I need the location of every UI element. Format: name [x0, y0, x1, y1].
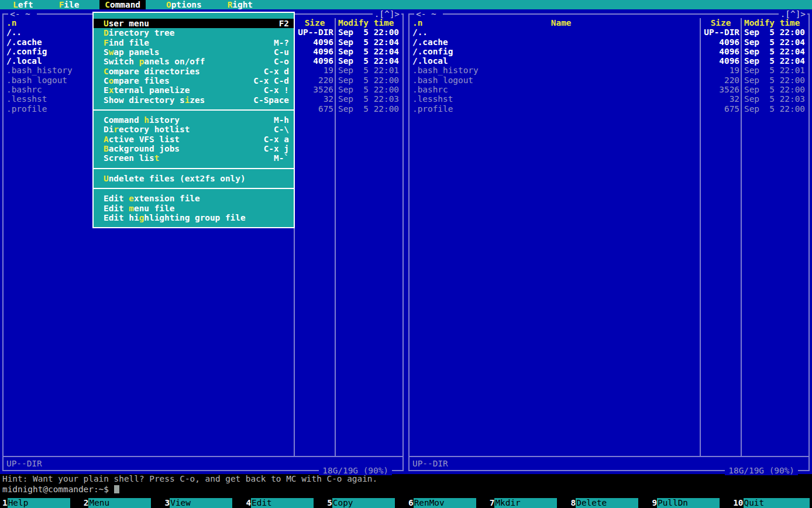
menubar-item-left[interactable]: Left [8, 0, 39, 9]
left-panel-col-modify-time[interactable]: Modify time [335, 18, 402, 28]
file-modify-time: Sep 5 22:00 [741, 28, 808, 37]
file-row-[interactable]: /..UP--DIRSep 5 22:00 [410, 28, 808, 37]
menu-item-compare-directories[interactable]: Compare directoriesC-x d [94, 67, 294, 76]
menu-item-directory-tree[interactable]: Directory tree [94, 28, 294, 37]
file-size: 4096 [700, 56, 741, 66]
file-size: 32 [294, 94, 335, 104]
menu-bar: LeftFileCommandOptionsRight [0, 0, 812, 9]
fkey-label: Edit [251, 498, 314, 508]
menubar-item-command[interactable]: Command [99, 0, 146, 9]
menu-item-edit-highlighting-group-file[interactable]: Edit highlighting group file [94, 213, 294, 222]
menu-item-external-panelize[interactable]: External panelizeC-x ! [94, 85, 294, 95]
menu-item-shortcut: C-\ [274, 125, 289, 134]
right-panel: <- ~ .[^]>.nNameSizeModify time/..UP--DI… [406, 9, 812, 474]
right-panel-free-space: 18G/19G (90%) [725, 466, 798, 475]
fkey-label: Delete [576, 498, 638, 508]
file-modify-time: Sep 5 22:04 [335, 47, 402, 56]
right-panel-body: .nNameSizeModify time/..UP--DIRSep 5 22:… [410, 15, 808, 470]
menu-item-directory-hotlist[interactable]: Directory hotlistC-\ [94, 125, 294, 134]
menu-item-label: External panelize [104, 85, 264, 95]
file-modify-time: Sep 5 22:00 [741, 85, 808, 94]
menu-item-label: Directory tree [104, 28, 289, 37]
shell-input-line[interactable]: midnight@commander:~$ [0, 484, 812, 494]
fkey-8-delete-button[interactable]: 8Delete [569, 498, 650, 508]
hotkey-letter: t [154, 153, 160, 163]
file-row-bash-history[interactable]: .bash_history19Sep 5 22:01 [410, 66, 808, 75]
left-panel-path[interactable]: <- ~ [8, 9, 37, 19]
fkey-4-edit-button[interactable]: 4Edit [243, 498, 325, 508]
menu-item-screen-list[interactable]: Screen listM-` [94, 153, 294, 163]
left-panel-history-buttons[interactable]: .[^]> [373, 9, 401, 19]
file-size: 220 [700, 75, 741, 85]
menubar-item-right[interactable]: Right [222, 0, 258, 9]
menu-item-compare-files[interactable]: Compare filesC-x C-d [94, 76, 294, 85]
fkey-1-help-button[interactable]: 1Help [0, 498, 81, 508]
file-name: /.cache [410, 37, 700, 47]
right-panel-history-buttons[interactable]: .[^]> [779, 9, 807, 19]
sort-indicator: .n [6, 18, 16, 28]
file-modify-time: Sep 5 22:03 [335, 94, 402, 104]
menu-item-background-jobs[interactable]: Background jobsC-x j [94, 144, 294, 153]
menu-item-label: Swap panels [104, 47, 274, 57]
right-panel-header-row: .nNameSizeModify time [410, 18, 808, 28]
menu-item-shortcut: M-h [274, 115, 289, 125]
menu-item-find-file[interactable]: Find fileM-? [94, 38, 294, 47]
menu-item-label: Find file [104, 38, 274, 47]
right-panel-col-size[interactable]: Size [700, 18, 741, 28]
file-size: 220 [294, 75, 335, 85]
fkey-number: 1 [0, 498, 8, 508]
menu-item-active-vfs-list[interactable]: Active VFS listC-x a [94, 135, 294, 144]
file-modify-time: Sep 5 22:00 [335, 85, 402, 94]
menubar-item-file[interactable]: File [54, 0, 85, 9]
menu-item-label: Screen list [104, 153, 274, 163]
fkey-number: 9 [649, 498, 657, 508]
menu-item-label: Edit highlighting group file [104, 213, 289, 222]
file-row-profile[interactable]: .profile675Sep 5 22:00 [410, 104, 808, 114]
menu-item-show-directory-sizes[interactable]: Show directory sizesC-Space [94, 95, 294, 105]
fkey-number: 2 [81, 498, 89, 508]
right-panel-col-modify-time[interactable]: Modify time [741, 18, 808, 28]
file-size: UP--DIR [294, 28, 335, 37]
file-row-local[interactable]: /.local4096Sep 5 22:04 [410, 56, 808, 66]
menu-item-shortcut: C-o [274, 57, 289, 66]
menubar-item-options[interactable]: Options [161, 0, 207, 9]
menu-item-edit-extension-file[interactable]: Edit extension file [94, 194, 294, 203]
function-key-bar: 1Help2Menu3View4Edit5Copy6RenMov7Mkdir8D… [0, 494, 812, 508]
right-panel-col-name[interactable]: .nName [410, 18, 700, 28]
file-row-config[interactable]: /.config4096Sep 5 22:04 [410, 47, 808, 56]
menu-item-swap-panels[interactable]: Swap panelsC-u [94, 47, 294, 57]
file-modify-time: Sep 5 22:01 [741, 66, 808, 75]
menu-item-edit-menu-file[interactable]: Edit menu file [94, 204, 294, 213]
menu-item-user-menu[interactable]: User menuF2 [94, 19, 294, 28]
fkey-5-copy-button[interactable]: 5Copy [325, 498, 406, 508]
file-modify-time: Sep 5 22:04 [741, 37, 808, 47]
menu-item-shortcut: M-` [274, 153, 289, 163]
right-panel-path[interactable]: <- ~ [414, 9, 443, 19]
hotkey-letter: R [228, 0, 233, 9]
command-dropdown-menu: User menuF2Directory treeFind fileM-?Swa… [92, 12, 295, 228]
file-name: /.config [410, 47, 700, 56]
menu-item-switch-panels-on-off[interactable]: Switch panels on/offC-o [94, 57, 294, 66]
fkey-10-quit-button[interactable]: 10Quit [731, 498, 812, 508]
fkey-7-mkdir-button[interactable]: 7Mkdir [487, 498, 569, 508]
fkey-6-renmov-button[interactable]: 6RenMov [406, 498, 487, 508]
left-panel-col-size[interactable]: Size [294, 18, 335, 28]
fkey-9-pulldn-button[interactable]: 9PullDn [649, 498, 731, 508]
menu-item-label: Compare directories [104, 67, 264, 76]
file-size: 4096 [294, 37, 335, 47]
menu-item-command-history[interactable]: Command historyM-h [94, 115, 294, 125]
fkey-2-menu-button[interactable]: 2Menu [81, 498, 163, 508]
menu-item-shortcut: M-? [274, 38, 289, 47]
menu-item-label: User menu [104, 19, 279, 28]
hotkey-letter: B [104, 144, 109, 153]
file-row-bashrc[interactable]: .bashrc3526Sep 5 22:00 [410, 85, 808, 94]
menu-item-undelete-files-ext2fs-only[interactable]: Undelete files (ext2fs only) [94, 174, 294, 183]
file-name: .bashrc [410, 85, 700, 94]
file-row-cache[interactable]: /.cache4096Sep 5 22:04 [410, 37, 808, 47]
file-row-lesshst[interactable]: .lesshst32Sep 5 22:03 [410, 94, 808, 104]
file-name: .bash_history [410, 66, 700, 75]
file-row-bash-logout[interactable]: .bash_logout220Sep 5 22:00 [410, 75, 808, 85]
right-panel-empty-area [410, 114, 808, 456]
fkey-3-view-button[interactable]: 3View [163, 498, 244, 508]
hotkey-letter: h [144, 115, 149, 125]
